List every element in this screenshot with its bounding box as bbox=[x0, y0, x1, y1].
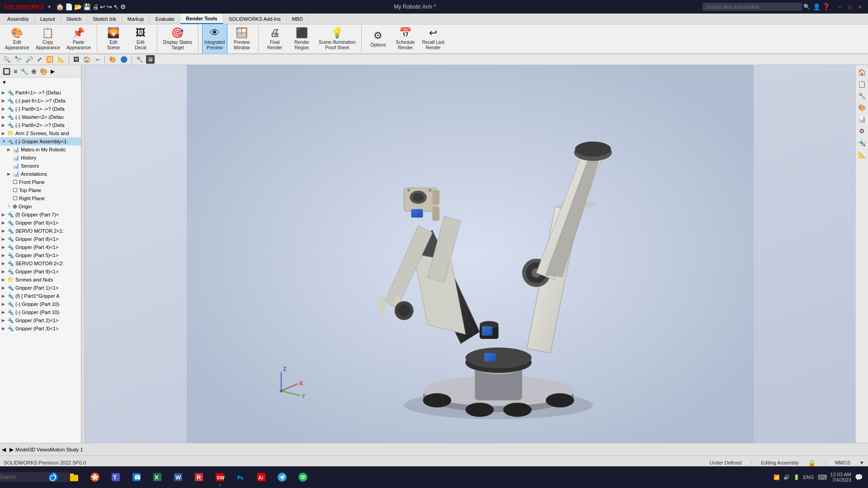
3d-viewport[interactable]: X Y Z bbox=[85, 65, 855, 443]
tree-item-sensors[interactable]: 📊 Sensors bbox=[0, 162, 81, 170]
print-icon[interactable]: 🖨 bbox=[92, 3, 99, 10]
tree-item-part6[interactable]: ▶ 🔩 (-) part 6<1> ->? (Defa bbox=[0, 97, 81, 105]
lock-icon[interactable]: 🔒 bbox=[808, 459, 816, 466]
panel-expand[interactable]: ▶ bbox=[50, 67, 56, 75]
search-icon[interactable]: 🔍 bbox=[803, 4, 810, 10]
tree-item-gripper-part10-2[interactable]: ▶ 🔩 (-) Gripper (Part 10)· bbox=[0, 308, 81, 316]
redo-icon[interactable]: ↪ bbox=[107, 3, 112, 10]
taskbar-solidworks[interactable]: SW bbox=[210, 467, 230, 487]
tree-item-screws-nuts[interactable]: ▶ 📁 Screws and Nuts bbox=[0, 276, 81, 284]
taskbar-file-explorer[interactable] bbox=[64, 467, 84, 487]
panel-icon-config[interactable]: 🔧 bbox=[19, 67, 29, 76]
help-icon[interactable]: ❓ bbox=[822, 3, 830, 10]
new-icon[interactable]: 📄 bbox=[65, 3, 73, 10]
options-button[interactable]: ⚙ Options bbox=[365, 24, 391, 53]
copy-appearance-button[interactable]: 📋 CopyAppearance bbox=[33, 24, 62, 53]
tree-item-gripper-part3[interactable]: ▶ 🔩 Gripper (Part 3)<1> bbox=[0, 324, 81, 333]
scene-illumination-button[interactable]: 💡 Scene IlluminationProof Sheet bbox=[316, 24, 358, 53]
tree-item-gripper-part1[interactable]: ▶ 🔩 Gripper (Part 1)<1> bbox=[0, 284, 81, 292]
taskbar-photoshop[interactable]: Ps bbox=[231, 467, 250, 487]
schedule-render-button[interactable]: 📅 ScheduleRender bbox=[392, 24, 418, 53]
keyboard-icon[interactable]: ⌨ bbox=[818, 474, 827, 481]
tree-item-front-plane[interactable]: ☐ Front Plane bbox=[0, 178, 81, 186]
taskbar-edge[interactable] bbox=[43, 467, 63, 487]
tree-item-history[interactable]: 📊 History bbox=[0, 154, 81, 162]
rpanel-data-icon[interactable]: 📊 bbox=[857, 114, 868, 125]
volume-icon[interactable]: 🔊 bbox=[783, 474, 790, 480]
rpanel-measure-icon[interactable]: 📐 bbox=[857, 149, 868, 160]
view-icon-8[interactable]: 🏠 bbox=[82, 55, 92, 64]
view-icon-7[interactable]: 🖼 bbox=[72, 55, 80, 64]
tab-sketch[interactable]: Sketch bbox=[61, 14, 88, 24]
scroll-left-icon[interactable]: ◀ bbox=[0, 446, 8, 453]
panel-splitter[interactable] bbox=[81, 65, 85, 443]
tree-item-right-plane[interactable]: ☐ Right Plane bbox=[0, 194, 81, 202]
maximize-button[interactable]: □ bbox=[845, 2, 854, 11]
title-menu-arrow[interactable]: ▾ bbox=[48, 4, 51, 10]
tree-item-gripper-part7[interactable]: ▶ 🔩 (f) Gripper (Part 7)< bbox=[0, 211, 81, 219]
taskbar-word[interactable]: W bbox=[168, 467, 188, 487]
rpanel-home-icon[interactable]: 🏠 bbox=[857, 67, 868, 78]
tab-markup[interactable]: Markup bbox=[122, 14, 150, 24]
tab-solidworks-addins[interactable]: SOLIDWORKS Add-Ins bbox=[223, 14, 287, 24]
open-icon[interactable]: 📂 bbox=[74, 3, 82, 10]
view-icon-1[interactable]: 🔍 bbox=[2, 55, 12, 64]
view-icon-4[interactable]: ⤢ bbox=[36, 55, 43, 64]
view-icon-12[interactable]: 🔧 bbox=[135, 55, 145, 64]
settings-icon[interactable]: ⚙ bbox=[120, 3, 126, 10]
edit-appearance-button[interactable]: 🎨 EditAppearance bbox=[3, 24, 32, 53]
taskbar-outlook[interactable] bbox=[127, 467, 146, 487]
tree-item-top-plane[interactable]: ☐ Top Plane bbox=[0, 186, 81, 194]
tree-item-gripper-part5[interactable]: ▶ 🔩 Gripper (Part 5)<1> bbox=[0, 251, 81, 259]
tab-mbd[interactable]: MBD bbox=[287, 14, 309, 24]
battery-icon[interactable]: 🔋 bbox=[793, 474, 800, 480]
view-icon-3[interactable]: 🔎 bbox=[24, 55, 34, 64]
edit-scene-button[interactable]: 🌄 EditScene bbox=[101, 24, 126, 53]
final-render-button[interactable]: 🖨 FinalRender bbox=[262, 24, 288, 53]
taskbar-search[interactable] bbox=[23, 467, 42, 487]
tree-item-part4[interactable]: ▶ 🔩 Part4<1> ->? (Defau bbox=[0, 89, 81, 97]
panel-icon-color[interactable]: 🎨 bbox=[39, 67, 48, 76]
panel-icon-plus[interactable]: ⊕ bbox=[30, 67, 38, 76]
system-clock[interactable]: 12:03 AM 7/4/2023 bbox=[830, 472, 851, 483]
taskbar-r-app[interactable]: R bbox=[189, 467, 209, 487]
tab-evaluate[interactable]: Evaluate bbox=[150, 14, 180, 24]
tree-item-gripper-part4[interactable]: ▶ 🔩 Gripper (Part 4)<1> bbox=[0, 243, 81, 251]
paste-appearance-button[interactable]: 📌 PasteAppearance bbox=[64, 24, 93, 53]
tree-item-mates[interactable]: ▶ 📊 Mates in My Robotic bbox=[0, 145, 81, 154]
view-icon-11[interactable]: 🔵 bbox=[119, 55, 129, 64]
tree-item-gripper-part8[interactable]: ▶ 🔩 Gripper (Part 8)<1> bbox=[0, 235, 81, 243]
rpanel-config-icon[interactable]: 🔧 bbox=[857, 90, 868, 101]
file-search-input[interactable] bbox=[703, 3, 802, 11]
rpanel-clipboard-icon[interactable]: 📋 bbox=[857, 79, 868, 89]
scroll-right-icon[interactable]: ▶ bbox=[8, 446, 15, 453]
tab-3d-views[interactable]: 3D Views bbox=[29, 447, 50, 452]
tree-item-washer2[interactable]: ▶ 🔩 (-) Washer<2> (Defau bbox=[0, 113, 81, 121]
tab-layout[interactable]: Layout bbox=[35, 14, 61, 24]
tree-item-part8-2[interactable]: ▶ 🔩 (-) Part8<2> ->? (Defa bbox=[0, 121, 81, 129]
home-icon[interactable]: 🏠 bbox=[56, 3, 64, 10]
cursor-icon[interactable]: ↖ bbox=[113, 3, 119, 10]
tree-item-annotations[interactable]: ▶ 📊 Annotations bbox=[0, 170, 81, 178]
recall-last-render-button[interactable]: ↩ Recall LastRender bbox=[420, 24, 446, 53]
save-icon[interactable]: 💾 bbox=[83, 3, 91, 10]
edit-decal-button[interactable]: 🖼 EditDecal bbox=[128, 24, 153, 53]
rpanel-settings-icon[interactable]: ⚙ bbox=[857, 126, 868, 136]
rpanel-color-icon[interactable]: 🎨 bbox=[857, 102, 868, 113]
view-icon-6[interactable]: 📐 bbox=[56, 55, 66, 64]
panel-icon-list[interactable]: ≡ bbox=[13, 67, 18, 76]
view-icon-2[interactable]: 🔭 bbox=[13, 55, 23, 64]
view-icon-9[interactable]: ↔ bbox=[93, 55, 102, 64]
tab-motion-study-1[interactable]: Motion Study 1 bbox=[50, 447, 83, 452]
tree-item-servo-motor2-1[interactable]: ▶ 🔩 SERVO MOTOR.2<1: bbox=[0, 227, 81, 235]
tree-item-gripper-assembly[interactable]: ▼ 🔩 (-) Gripper Assembly<1: bbox=[0, 137, 81, 145]
notification-icon[interactable]: 💬 bbox=[855, 474, 863, 481]
lang-indicator[interactable]: ENG bbox=[803, 474, 814, 480]
tree-item-f-part1-gripper[interactable]: ▶ 🔩 (f) [ Part1^Gripper A bbox=[0, 292, 81, 300]
taskbar-spotify[interactable] bbox=[293, 467, 313, 487]
preview-window-button[interactable]: 🪟 PreviewWindow bbox=[229, 24, 255, 53]
filter-icon[interactable]: ▼ bbox=[2, 80, 7, 85]
taskbar-brave[interactable] bbox=[85, 467, 105, 487]
undo-icon[interactable]: ↩ bbox=[100, 3, 105, 10]
tree-item-gripper-part6[interactable]: ▶ 🔩 Gripper (Part 6)<1> bbox=[0, 219, 81, 227]
